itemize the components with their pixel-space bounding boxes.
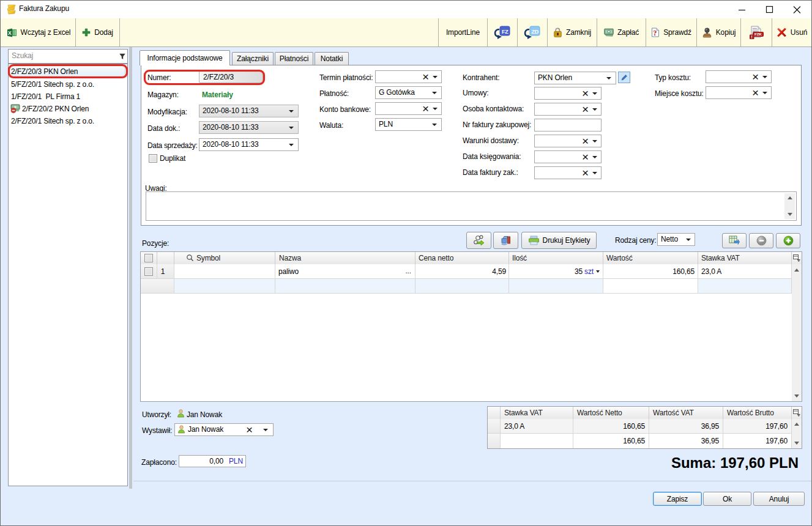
svg-text:FZK: FZK (754, 32, 762, 36)
svg-text:ZD: ZD (532, 29, 539, 35)
svg-text:?: ? (653, 29, 657, 37)
svg-text:X: X (8, 30, 12, 36)
svg-text:!: ! (751, 34, 752, 39)
svg-text:FZ: FZ (502, 29, 508, 35)
